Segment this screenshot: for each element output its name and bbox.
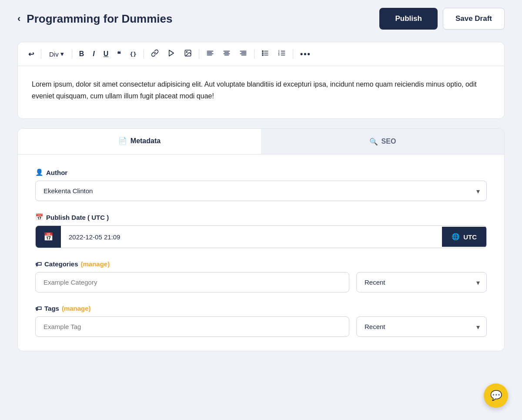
publish-date-field-group: 📅 Publish Date ( UTC ) 📅 🌐 UTC [35,213,487,248]
more-button[interactable]: ••• [297,47,315,61]
italic-button[interactable]: I [89,47,98,60]
categories-manage-link[interactable]: (manage) [81,260,110,268]
video-icon [167,49,175,59]
back-button[interactable]: ‹ [17,14,20,24]
align-center-button[interactable] [219,47,234,61]
date-cal-icon: 📅 [44,232,53,242]
utc-label: UTC [463,233,477,241]
tab-metadata-label: Metadata [130,137,161,145]
save-draft-button[interactable]: Save Draft [443,8,505,30]
underline-icon: U [104,50,109,58]
date-calendar-button[interactable]: 📅 [36,226,61,248]
editor-body[interactable]: Lorem ipsum, dolor sit amet consectetur … [18,66,504,118]
undo-button[interactable]: ↩ [25,47,37,61]
toolbar-divider-3 [144,49,144,59]
quote-button[interactable]: ❝ [114,47,124,61]
meta-content: 👤 Author Ekekenta Clinton ▾ 📅 Publish Da… [18,155,504,351]
code-button[interactable]: {} [126,48,140,60]
tags-inputs: Recent Oldest A-Z Z-A ▾ [35,316,487,337]
author-select[interactable]: Ekekenta Clinton [35,181,487,201]
toolbar-divider-5 [254,49,254,59]
category-sort-select[interactable]: Recent Oldest A-Z Z-A [356,272,487,292]
video-button[interactable] [164,47,179,61]
date-value-input[interactable] [61,227,442,247]
list-ol-icon: 123 [278,49,286,59]
image-icon [184,49,192,59]
block-type-label: Div [49,50,59,58]
calendar-icon: 📅 [35,213,44,221]
tag-dropdown-wrapper: Recent Oldest A-Z Z-A ▾ [356,316,487,337]
date-input-row: 📅 🌐 UTC [35,225,487,248]
quote-icon: ❝ [117,50,121,58]
metadata-card: 📄 Metadata 🔍 SEO 👤 Author Ekekenta Clint… [17,128,505,351]
align-center-icon [223,49,231,59]
tags-icon: 🏷 [35,305,42,312]
align-right-icon [239,49,247,59]
image-button[interactable] [181,47,195,61]
doc-icon: 📄 [118,137,127,145]
align-left-button[interactable] [203,47,218,61]
fab-chat-icon: 💬 [490,390,502,401]
code-icon: {} [130,51,137,57]
tags-icon-categories: 🏷 [35,260,42,268]
toolbar-divider-4 [199,49,199,59]
categories-label: 🏷 Categories (manage) [35,260,487,268]
bold-icon: B [79,50,84,58]
align-right-button[interactable] [236,47,251,61]
category-dropdown-wrapper: Recent Oldest A-Z Z-A ▾ [356,272,487,292]
link-button[interactable] [147,47,162,61]
list-ol-button[interactable]: 123 [274,47,289,61]
header-left: ‹ Programming for Dummies [17,12,173,26]
svg-text:3: 3 [278,54,280,56]
search-icon: 🔍 [369,138,378,146]
tab-metadata[interactable]: 📄 Metadata [18,129,261,154]
align-left-icon [206,49,214,59]
editor-content: Lorem ipsum, dolor sit amet consectetur … [32,78,490,102]
bold-button[interactable]: B [76,47,88,60]
svg-point-19 [262,53,263,54]
svg-point-2 [186,51,187,52]
tag-input-wrapper [35,316,349,337]
category-input-wrapper [35,272,349,292]
tab-seo-label: SEO [381,138,396,145]
fab-button[interactable]: 💬 [484,383,508,408]
toolbar-divider-6 [293,49,293,59]
toolbar: ↩ Div ▾ B I U ❝ {} [18,42,504,66]
categories-inputs: Recent Oldest A-Z Z-A ▾ [35,272,487,292]
utc-button[interactable]: 🌐 UTC [442,227,486,247]
author-field-group: 👤 Author Ekekenta Clinton ▾ [35,168,487,201]
link-icon [151,49,159,59]
more-icon: ••• [300,50,311,59]
publish-button[interactable]: Publish [379,8,437,30]
svg-marker-0 [169,50,174,56]
tab-seo[interactable]: 🔍 SEO [261,129,504,154]
tag-text-input[interactable] [35,316,349,337]
page-title: Programming for Dummies [27,12,172,26]
tags-field-group: 🏷 Tags (manage) Recent Oldest A-Z [35,305,487,337]
header-actions: Publish Save Draft [379,8,505,30]
globe-icon: 🌐 [452,233,460,241]
header: ‹ Programming for Dummies Publish Save D… [0,0,522,37]
list-ul-button[interactable] [258,47,273,61]
tag-select-wrapper: Recent Oldest A-Z Z-A ▾ [356,316,487,337]
svg-point-18 [262,50,263,51]
tags-label: 🏷 Tags (manage) [35,305,487,312]
editor-card: ↩ Div ▾ B I U ❝ {} [17,42,505,119]
meta-tabs: 📄 Metadata 🔍 SEO [18,129,504,155]
undo-icon: ↩ [28,50,34,58]
underline-button[interactable]: U [100,47,112,60]
author-label: 👤 Author [35,168,487,176]
list-ul-icon [261,49,269,59]
block-type-chevron-icon: ▾ [60,50,64,58]
author-icon: 👤 [35,168,44,176]
block-type-dropdown[interactable]: Div ▾ [45,47,68,60]
main-content: ↩ Div ▾ B I U ❝ {} [0,37,522,369]
svg-point-20 [262,54,263,55]
category-text-input[interactable] [35,272,349,292]
tag-sort-select[interactable]: Recent Oldest A-Z Z-A [356,316,487,337]
category-select-wrapper: Recent Oldest A-Z Z-A ▾ [356,272,487,292]
categories-field-group: 🏷 Categories (manage) Recent Oldest A-Z [35,260,487,292]
author-select-wrapper: Ekekenta Clinton ▾ [35,181,487,201]
tags-manage-link[interactable]: (manage) [62,305,91,312]
italic-icon: I [93,50,94,58]
